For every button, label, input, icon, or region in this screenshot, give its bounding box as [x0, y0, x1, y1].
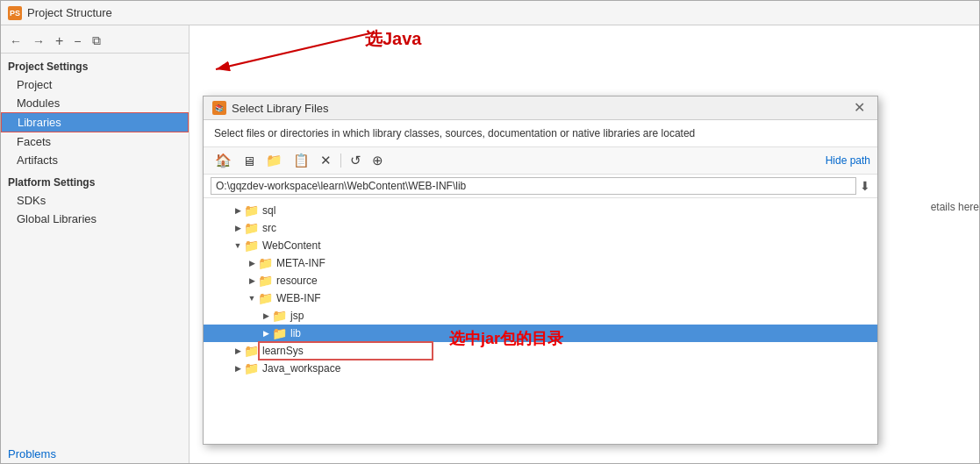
platform-settings-title: Platform Settings — [1, 169, 189, 191]
tree-row-sql[interactable]: ▶ 📁 sql — [204, 202, 877, 219]
chevron-right-icon: ▶ — [232, 364, 244, 373]
path-bar: ⬇ — [204, 175, 877, 198]
tree-label-learnsys: learnSys — [262, 345, 304, 357]
tree-row-webcontent[interactable]: ▼ 📁 WebContent — [204, 237, 877, 254]
hide-path-button[interactable]: Hide path — [826, 154, 870, 167]
tree-label-lib: lib — [290, 327, 301, 339]
chevron-down-icon: ▼ — [246, 294, 258, 303]
tree-label-metainf: META-INF — [276, 257, 325, 269]
nav-toolbar: ← → + − ⧉ — [1, 29, 189, 54]
forward-btn[interactable]: → — [29, 32, 48, 50]
tree-row-metainf[interactable]: ▶ 📁 META-INF — [204, 254, 877, 272]
sidebar-item-facets[interactable]: Facets — [1, 132, 189, 151]
sidebar-item-libraries[interactable]: Libraries — [1, 112, 189, 132]
problems-link[interactable]: Problems — [1, 440, 189, 463]
main-area: ← → + − ⧉ Project Settings Project Modul… — [1, 25, 979, 463]
tree-row-java-workspace[interactable]: ▶ 📁 Java_workspace — [204, 360, 877, 377]
tree-label-webcontent: WebContent — [262, 239, 321, 252]
back-btn[interactable]: ← — [6, 32, 25, 50]
folder-icon: 📁 — [272, 309, 287, 323]
new-folder-toolbar-btn[interactable]: 📁 — [261, 151, 287, 170]
chevron-right-icon: ▶ — [260, 311, 272, 320]
cancel-toolbar-btn[interactable]: ✕ — [316, 151, 336, 170]
chevron-right-icon: ▶ — [232, 224, 244, 232]
sidebar-item-global-libraries[interactable]: Global Libraries — [1, 210, 189, 228]
home-toolbar-btn[interactable]: 🏠 — [211, 151, 236, 170]
tree-row-lib[interactable]: ▶ 📁 lib — [204, 325, 877, 342]
dialog-description: Select files or directories in which lib… — [204, 120, 877, 147]
tree-label-jsp: jsp — [290, 310, 304, 322]
refresh-toolbar-btn[interactable]: ↺ — [346, 151, 366, 170]
chevron-right-icon: ▶ — [232, 206, 244, 215]
folder-icon: 📁 — [258, 291, 273, 305]
app-icon: PS — [8, 6, 22, 20]
sidebar-item-artifacts[interactable]: Artifacts — [1, 151, 189, 169]
tree-row-webinf[interactable]: ▼ 📁 WEB-INF — [204, 289, 877, 307]
folder-icon: 📁 — [244, 239, 259, 253]
tree-row-jsp[interactable]: ▶ 📁 jsp — [204, 307, 877, 325]
tree-row-learnsys[interactable]: ▶ 📁 learnSys — [204, 342, 877, 360]
annotation-arrow-svg — [190, 25, 383, 76]
add-btn[interactable]: + — [52, 32, 67, 51]
folder-icon: 📁 — [272, 326, 287, 340]
project-settings-title: Project Settings — [1, 54, 189, 75]
tree-row-src[interactable]: ▶ 📁 src — [204, 219, 877, 237]
path-download-btn[interactable]: ⬇ — [860, 179, 870, 193]
title-bar: PS Project Structure — [1, 1, 979, 25]
select-library-dialog: 📚 Select Library Files ✕ Select files or… — [203, 96, 878, 445]
dialog-icon: 📚 — [212, 101, 226, 115]
details-hint: etails here — [931, 201, 979, 213]
chevron-right-icon: ▶ — [232, 346, 244, 355]
desktop-toolbar-btn[interactable]: 🖥 — [238, 152, 260, 170]
tree-row-resource[interactable]: ▶ 📁 resource — [204, 272, 877, 289]
dialog-title: Select Library Files — [232, 102, 329, 115]
chevron-right-icon: ▶ — [246, 259, 258, 268]
folder-icon: 📁 — [244, 221, 259, 235]
sidebar-item-sdks[interactable]: SDKs — [1, 191, 189, 210]
chevron-down-icon: ▼ — [232, 241, 244, 250]
tree-label-resource: resource — [276, 275, 318, 287]
sidebar-item-project[interactable]: Project — [1, 75, 189, 94]
dialog-toolbar: 🏠 🖥 📁 📋 ✕ ↺ ⊕ Hide path — [204, 147, 877, 175]
folder-icon: 📁 — [244, 203, 259, 218]
folder-icon: 📁 — [258, 274, 273, 288]
svg-line-1 — [216, 32, 374, 69]
tree-label-sql: sql — [262, 204, 275, 217]
folder-icon: 📁 — [244, 361, 259, 375]
dialog-close-button[interactable]: ✕ — [850, 101, 869, 115]
dialog-titlebar: 📚 Select Library Files ✕ — [204, 96, 877, 120]
folder-icon: 📁 — [244, 344, 259, 358]
tree-label-src: src — [262, 222, 276, 234]
remove-btn[interactable]: − — [70, 32, 84, 50]
toolbar-separator — [340, 153, 341, 168]
app-title: Project Structure — [27, 6, 112, 19]
path-input[interactable] — [211, 177, 856, 195]
extra-toolbar-btn[interactable]: ⊕ — [368, 151, 388, 170]
folder-icon: 📁 — [258, 256, 273, 270]
file-tree: ▶ 📁 sql ▶ 📁 src — [204, 198, 877, 444]
sidebar-item-modules[interactable]: Modules — [1, 94, 189, 112]
copy-btn[interactable]: ⧉ — [89, 32, 104, 50]
tree-label-webinf: WEB-INF — [276, 292, 321, 304]
chevron-right-icon: ▶ — [260, 329, 272, 338]
copy-path-toolbar-btn[interactable]: 📋 — [289, 151, 314, 170]
content-area: 选Java 📚 Select Library Files ✕ Select fi… — [190, 25, 979, 463]
annotation-java-text: 选Java — [365, 27, 422, 51]
tree-label-java-workspace: Java_workspace — [262, 362, 340, 375]
chevron-right-icon: ▶ — [246, 276, 258, 285]
sidebar: ← → + − ⧉ Project Settings Project Modul… — [1, 25, 190, 463]
